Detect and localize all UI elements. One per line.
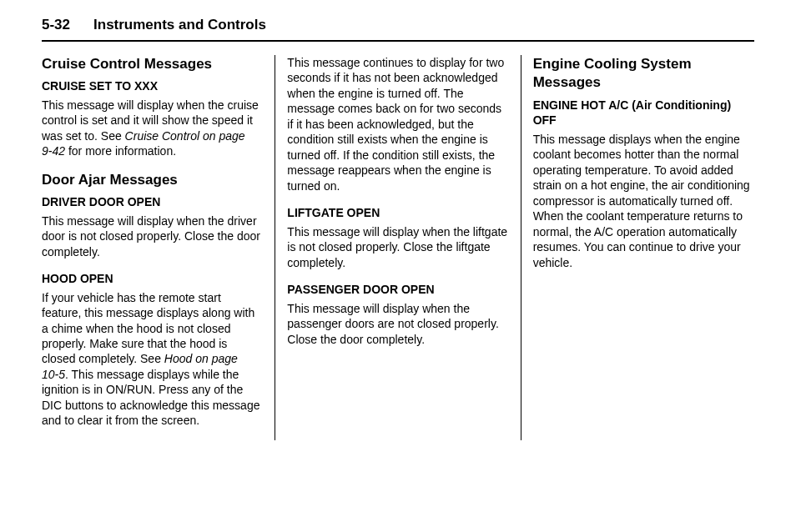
chapter-title: Instruments and Controls bbox=[93, 17, 266, 33]
para-hood: If your vehicle has the remote start fea… bbox=[42, 290, 263, 429]
page-header: 5-32 Instruments and Controls bbox=[42, 17, 754, 42]
page-number: 5-32 bbox=[42, 17, 70, 33]
section-heading-door-ajar: Door Ajar Messages bbox=[42, 171, 263, 189]
sub-heading-engine-hot: ENGINE HOT A/C (Air Conditioning) OFF bbox=[533, 98, 754, 128]
sub-heading-liftgate: LIFTGATE OPEN bbox=[287, 205, 508, 220]
section-heading-engine-cooling: Engine Cooling System Messages bbox=[533, 55, 754, 93]
para-cruise-set: This message will display when the cruis… bbox=[42, 98, 263, 159]
sub-heading-cruise-set: CRUISE SET TO XXX bbox=[42, 78, 263, 93]
text: for more information. bbox=[65, 144, 176, 158]
sub-heading-passenger-door: PASSENGER DOOR OPEN bbox=[287, 282, 508, 297]
para-hood-continued: This message continues to display for tw… bbox=[287, 55, 508, 193]
para-driver-door: This message will display when the drive… bbox=[42, 213, 263, 259]
content-columns: Cruise Control Messages CRUISE SET TO XX… bbox=[42, 55, 754, 440]
sub-heading-hood: HOOD OPEN bbox=[42, 271, 263, 286]
column-3: Engine Cooling System Messages ENGINE HO… bbox=[521, 55, 754, 440]
column-1: Cruise Control Messages CRUISE SET TO XX… bbox=[42, 55, 275, 440]
para-liftgate: This message will display when the liftg… bbox=[287, 224, 508, 270]
column-2: This message continues to display for tw… bbox=[275, 55, 521, 440]
text: . This message displays while the igniti… bbox=[42, 368, 259, 427]
sub-heading-driver-door: DRIVER DOOR OPEN bbox=[42, 194, 263, 209]
para-passenger-door: This message will display when the passe… bbox=[287, 301, 508, 347]
para-engine-hot: This message displays when the engine co… bbox=[533, 132, 754, 270]
section-heading-cruise: Cruise Control Messages bbox=[42, 55, 263, 73]
